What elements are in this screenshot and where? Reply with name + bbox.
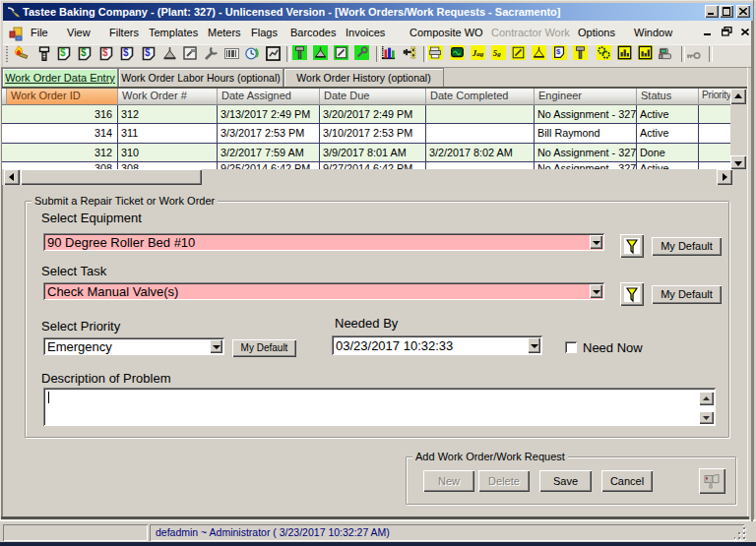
svg-text:$: $: [81, 47, 87, 58]
svg-text:$: $: [556, 47, 561, 56]
svg-text:$: $: [145, 47, 151, 58]
svg-text:$: $: [60, 47, 66, 58]
svg-text:5g: 5g: [493, 48, 501, 58]
svg-text:$: $: [123, 47, 129, 58]
svg-text:Jag: Jag: [472, 48, 484, 58]
svg-text:$: $: [102, 47, 108, 58]
